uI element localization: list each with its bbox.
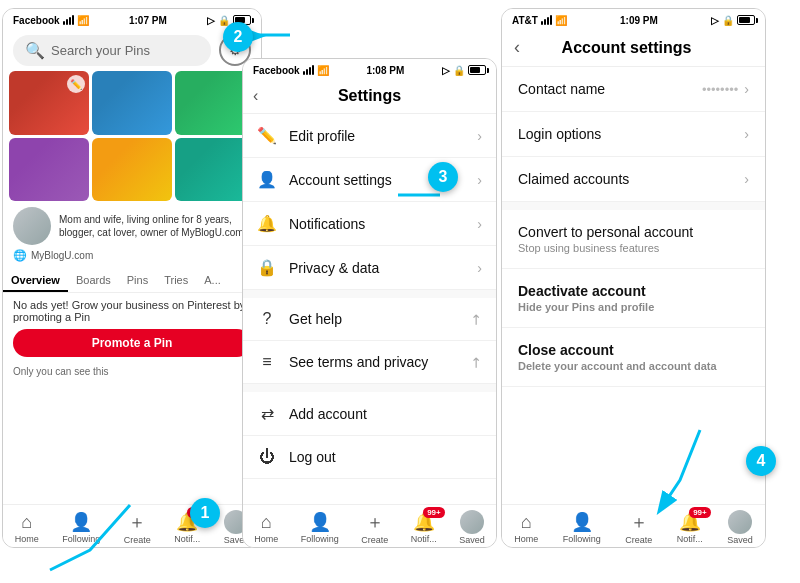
signal-bar-2: [66, 19, 68, 25]
nav-home-2[interactable]: ⌂ Home: [254, 512, 278, 544]
status-bar-1: Facebook 📶 1:07 PM ▷ 🔒: [3, 9, 261, 29]
signal-bar-4: [72, 15, 74, 25]
acct-item-close[interactable]: Close account Delete your account and ac…: [502, 328, 765, 387]
lock-icon-2: 🔒: [453, 65, 465, 76]
settings-item-logout[interactable]: ⏻ Log out: [243, 436, 496, 479]
account-settings-title: Account settings: [528, 39, 725, 57]
settings-list: ✏️ Edit profile › 👤 Account settings › 🔔…: [243, 114, 496, 479]
tab-boards[interactable]: Boards: [68, 270, 119, 292]
nav-saved-3[interactable]: Saved: [727, 510, 753, 545]
settings-item-notifications[interactable]: 🔔 Notifications ›: [243, 202, 496, 246]
status-bar-2: Facebook 📶 1:08 PM ▷ 🔒: [243, 59, 496, 79]
nav-notifications-2[interactable]: 🔔 99+ Notif...: [411, 511, 437, 544]
contact-name-arrow: ›: [744, 81, 749, 97]
nav-label-following-3: Following: [563, 534, 601, 544]
settings-item-add-account[interactable]: ⇄ Add account: [243, 392, 496, 436]
account-settings-header: ‹ Account settings: [502, 29, 765, 67]
status-left-2: Facebook 📶: [253, 65, 329, 76]
nav-label-following-2: Following: [301, 534, 339, 544]
nav-label-saved-2: Saved: [459, 535, 485, 545]
nav-create-3[interactable]: ＋ Create: [625, 510, 652, 545]
nav-home-1[interactable]: ⌂ Home: [15, 512, 39, 544]
nav-home-3[interactable]: ⌂ Home: [514, 512, 538, 544]
globe-icon: 🌐: [13, 249, 27, 262]
tab-more[interactable]: A...: [196, 270, 229, 292]
profile-section: Mom and wife, living online for 8 years,…: [3, 201, 261, 270]
create-icon-2: ＋: [366, 510, 384, 534]
search-placeholder: Search your Pins: [51, 43, 150, 58]
privacy-label: Privacy & data: [289, 260, 465, 276]
avatar: [13, 207, 51, 245]
signal-bars-2: [303, 65, 314, 75]
image-cell-5[interactable]: [92, 138, 172, 202]
image-cell-2[interactable]: [92, 71, 172, 135]
search-icon-1: 🔍: [25, 41, 45, 60]
add-account-icon: ⇄: [257, 404, 277, 423]
nav-label-following-1: Following: [62, 534, 100, 544]
nav-create-2[interactable]: ＋ Create: [361, 510, 388, 545]
nav-label-home-1: Home: [15, 534, 39, 544]
avatar-row: Mom and wife, living online for 8 years,…: [13, 207, 251, 245]
back-button-3[interactable]: ‹: [514, 37, 520, 58]
nav-label-saved-3: Saved: [727, 535, 753, 545]
account-settings-list: Contact name •••••••• › Login options › …: [502, 67, 765, 387]
nav-following-2[interactable]: 👤 Following: [301, 511, 339, 544]
settings-item-help[interactable]: ? Get help ↗: [243, 298, 496, 341]
settings-item-terms[interactable]: ≡ See terms and privacy ↗: [243, 341, 496, 384]
gps-icon-1: ▷: [207, 15, 215, 26]
notifications-arrow: ›: [477, 216, 482, 232]
edit-profile-label: Edit profile: [289, 128, 465, 144]
bottom-nav-3: ⌂ Home 👤 Following ＋ Create 🔔 99+ Notif.…: [502, 504, 765, 547]
signal-bar-2-3: [309, 67, 311, 75]
acct-item-contact-name[interactable]: Contact name •••••••• ›: [502, 67, 765, 112]
back-button-2[interactable]: ‹: [253, 87, 258, 105]
acct-item-login-options[interactable]: Login options ›: [502, 112, 765, 157]
visibility-note: Only you can see this: [3, 363, 261, 380]
status-left-1: Facebook 📶: [13, 15, 89, 26]
website-link[interactable]: MyBlogU.com: [31, 250, 93, 261]
search-input-wrap[interactable]: 🔍 Search your Pins: [13, 35, 211, 66]
time-2: 1:08 PM: [366, 65, 404, 76]
carrier-3: AT&T: [512, 15, 538, 26]
signal-bar-3-2: [544, 19, 546, 25]
annotation-badge-3: 3: [428, 162, 458, 192]
promote-pin-button[interactable]: Promote a Pin: [13, 329, 251, 357]
status-right-3: ▷ 🔒: [711, 15, 755, 26]
wifi-icon-3: 📶: [555, 15, 567, 26]
settings-item-account[interactable]: 👤 Account settings ›: [243, 158, 496, 202]
nav-following-3[interactable]: 👤 Following: [563, 511, 601, 544]
nav-label-create-2: Create: [361, 535, 388, 545]
nav-create-1[interactable]: ＋ Create: [124, 510, 151, 545]
screen-pinterest-home: Facebook 📶 1:07 PM ▷ 🔒 🔍: [2, 8, 262, 548]
lock-icon-3: 🔒: [722, 15, 734, 26]
nav-notifications-3[interactable]: 🔔 99+ Notif...: [677, 511, 703, 544]
acct-item-deactivate[interactable]: Deactivate account Hide your Pins and pr…: [502, 269, 765, 328]
nav-label-notifications-2: Notif...: [411, 534, 437, 544]
logout-label: Log out: [289, 449, 482, 465]
notifications-label: Notifications: [289, 216, 465, 232]
bottom-nav-1: ⌂ Home 👤 Following ＋ Create 🔔 99+ Notif.…: [3, 504, 261, 547]
image-cell-4[interactable]: [9, 138, 89, 202]
signal-bar-3-3: [547, 17, 549, 25]
acct-item-convert[interactable]: Convert to personal account Stop using b…: [502, 210, 765, 269]
account-settings-arrow: ›: [477, 172, 482, 188]
tab-pins[interactable]: Pins: [119, 270, 156, 292]
tab-overview[interactable]: Overview: [3, 270, 68, 292]
image-cell-1[interactable]: ✏️: [9, 71, 89, 135]
profile-tabs: Overview Boards Pins Tries A...: [3, 270, 261, 293]
website-row: 🌐 MyBlogU.com: [13, 249, 251, 262]
notifications-icon: 🔔: [257, 214, 277, 233]
nav-following-1[interactable]: 👤 Following: [62, 511, 100, 544]
acct-item-claimed-accounts[interactable]: Claimed accounts ›: [502, 157, 765, 202]
close-account-label: Close account Delete your account and ac…: [518, 342, 749, 372]
edit-profile-icon: ✏️: [257, 126, 277, 145]
signal-bar-3-4: [550, 15, 552, 25]
settings-item-edit-profile[interactable]: ✏️ Edit profile ›: [243, 114, 496, 158]
screen-account-settings: AT&T 📶 1:09 PM ▷ 🔒 ‹ Account: [501, 8, 766, 548]
tab-tries[interactable]: Tries: [156, 270, 196, 292]
wifi-icon-1: 📶: [77, 15, 89, 26]
create-icon-1: ＋: [128, 510, 146, 534]
nav-saved-2[interactable]: Saved: [459, 510, 485, 545]
battery-fill-2: [470, 67, 481, 73]
settings-item-privacy[interactable]: 🔒 Privacy & data ›: [243, 246, 496, 290]
